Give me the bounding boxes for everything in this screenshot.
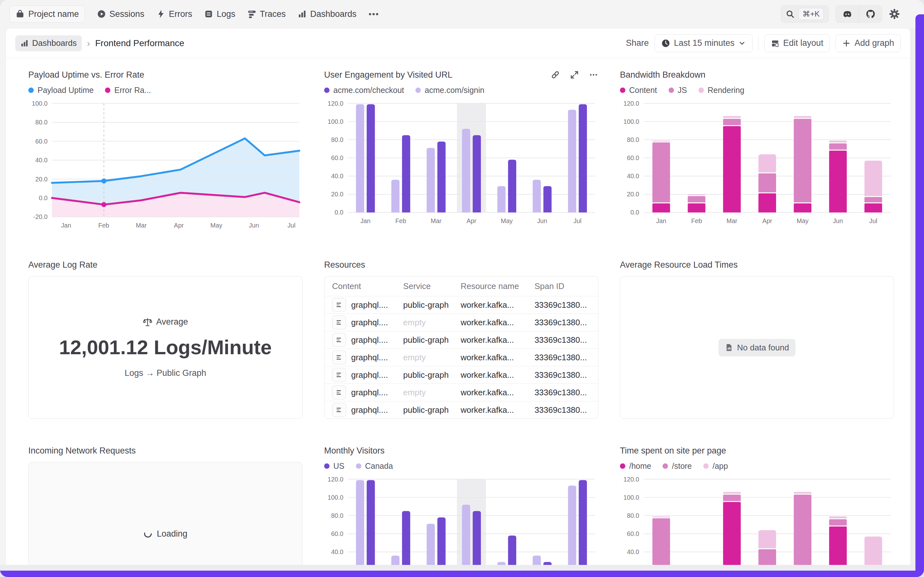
chart-legend: Payload UptimeError Ra... <box>28 85 302 95</box>
discord-button[interactable] <box>836 6 859 22</box>
table-row[interactable]: graphql....public-graphworker.kafka...33… <box>325 401 598 419</box>
traces-icon <box>247 10 256 18</box>
legend-item[interactable]: /app <box>703 461 728 471</box>
table-row[interactable]: graphql....emptyworker.kafka...33369c138… <box>325 314 598 331</box>
svg-text:Feb: Feb <box>395 218 406 224</box>
add-graph-button[interactable]: Add graph <box>836 34 901 52</box>
more-menu-icon[interactable] <box>589 70 598 79</box>
plus-icon <box>842 39 850 47</box>
card-resource-load-times: Average Resource Load Times No data foun… <box>620 260 894 419</box>
legend-item[interactable]: /store <box>662 461 692 471</box>
document-chart-icon <box>725 343 733 352</box>
table-row[interactable]: graphql....emptyworker.kafka...33369c138… <box>325 384 598 401</box>
share-button[interactable]: Share <box>626 38 649 48</box>
chart-canvas-bandwidth: 120.0100.080.060.040.020.00.0JanFebMarAp… <box>620 100 894 227</box>
bar-chart-icon <box>298 10 307 18</box>
table-header: Content Service Resource name Span ID <box>325 277 598 296</box>
edit-layout-button[interactable]: Edit layout <box>764 34 830 52</box>
svg-text:60.0: 60.0 <box>627 154 639 161</box>
chart-legend: USCanada <box>324 461 598 471</box>
svg-text:120.0: 120.0 <box>328 476 344 483</box>
github-icon <box>866 9 876 19</box>
discord-icon <box>842 9 852 19</box>
svg-text:40.0: 40.0 <box>331 172 344 179</box>
link-icon[interactable] <box>551 70 560 79</box>
legend-item[interactable]: acme.com/checkout <box>324 85 404 95</box>
horizontal-scrollbar[interactable] <box>0 565 915 571</box>
svg-text:Jul: Jul <box>574 218 582 224</box>
svg-text:40.0: 40.0 <box>35 156 48 164</box>
svg-text:80.0: 80.0 <box>627 512 639 519</box>
svg-text:Jan: Jan <box>360 218 371 224</box>
legend-item[interactable]: Canada <box>356 461 393 471</box>
legend-item[interactable]: Rendering <box>699 85 744 95</box>
table-row[interactable]: graphql....public-graphworker.kafka...33… <box>325 296 598 314</box>
chart-title: Payload Uptime vs. Error Rate <box>28 70 145 80</box>
legend-item[interactable]: US <box>324 461 344 471</box>
svg-text:100.0: 100.0 <box>623 118 639 125</box>
project-name-label: Project name <box>28 9 79 19</box>
svg-text:120.0: 120.0 <box>328 100 344 107</box>
table-row[interactable]: graphql....emptyworker.kafka...33369c138… <box>325 349 598 366</box>
toolbar: Share Last 15 minutes Edit layout Add gr… <box>626 34 901 52</box>
search-button[interactable]: ⌘+K <box>781 5 829 23</box>
table-row[interactable]: graphql....public-graphworker.kafka...33… <box>325 331 598 349</box>
page-title: Frontend Performance <box>95 38 184 48</box>
svg-text:100.0: 100.0 <box>32 100 48 107</box>
nav-item-logs[interactable]: Logs <box>204 9 235 19</box>
settings-gear-icon[interactable] <box>889 9 900 19</box>
chart-canvas-visitors: 120.0100.080.060.040.020.00.0JanFebMarAp… <box>324 475 598 577</box>
spinner-icon <box>143 529 153 538</box>
legend-dot <box>703 463 709 469</box>
svg-text:20.0: 20.0 <box>627 191 639 198</box>
chart-time-spent: Time spent on site per page /home/store/… <box>620 446 894 577</box>
nav-more-button[interactable]: ••• <box>369 9 379 19</box>
log-lines-icon <box>332 315 346 329</box>
svg-text:0.0: 0.0 <box>334 209 344 216</box>
loading-card: Loading <box>28 462 302 577</box>
chart-legend: acme.com/checkoutacme.com/signin <box>324 85 598 95</box>
nav-item-traces[interactable]: Traces <box>247 9 286 19</box>
breadcrumb-dashboards[interactable]: Dashboards <box>15 35 82 51</box>
project-switcher-button[interactable]: Project name <box>10 5 85 23</box>
time-range-dropdown[interactable]: Last 15 minutes <box>655 34 753 52</box>
legend-item[interactable]: /home <box>620 461 651 471</box>
legend-dot <box>620 463 625 469</box>
svg-text:80.0: 80.0 <box>627 136 639 143</box>
svg-text:Jul: Jul <box>288 222 296 229</box>
svg-text:May: May <box>797 218 809 224</box>
legend-dot <box>415 87 421 93</box>
svg-text:0.0: 0.0 <box>39 195 48 201</box>
log-lines-icon <box>332 385 346 400</box>
legend-dot <box>699 87 704 93</box>
nav-item-dashboards[interactable]: Dashboards <box>298 9 357 19</box>
svg-text:Apr: Apr <box>762 218 772 224</box>
github-button[interactable] <box>859 6 882 22</box>
svg-text:-20.0: -20.0 <box>33 213 47 220</box>
project-icon <box>16 10 24 18</box>
table-body: graphql....public-graphworker.kafka...33… <box>325 296 598 419</box>
card-title: Average Resource Load Times <box>620 260 738 270</box>
expand-icon[interactable] <box>570 70 579 79</box>
svg-text:Apr: Apr <box>174 222 184 229</box>
legend-item[interactable]: JS <box>668 85 687 95</box>
chart-payload-uptime: Payload Uptime vs. Error Rate Payload Up… <box>28 70 302 233</box>
table-row[interactable]: graphql....public-graphworker.kafka...33… <box>325 366 598 384</box>
top-nav: Project name Sessions Errors Logs Traces… <box>0 0 924 28</box>
loading-label: Loading <box>157 529 187 539</box>
svg-text:0.0: 0.0 <box>630 209 639 216</box>
legend-item[interactable]: acme.com/signin <box>415 85 484 95</box>
legend-item[interactable]: Payload Uptime <box>28 85 93 95</box>
legend-item[interactable]: Content <box>620 85 657 95</box>
legend-item[interactable]: Error Ra... <box>105 85 151 95</box>
nav-item-sessions[interactable]: Sessions <box>97 9 145 19</box>
bar-chart-icon <box>20 39 29 47</box>
nav-item-errors[interactable]: Errors <box>156 9 193 19</box>
search-shortcut-badge: ⌘+K <box>799 8 824 20</box>
scales-icon <box>143 317 153 327</box>
chart-canvas-engagement: 120.0100.080.060.040.020.00.0JanFebMarAp… <box>324 100 598 227</box>
vertical-scrollbar[interactable] <box>911 28 915 565</box>
svg-text:Feb: Feb <box>98 222 109 229</box>
legend-dot <box>668 87 674 93</box>
chevron-right-icon: › <box>87 38 90 49</box>
